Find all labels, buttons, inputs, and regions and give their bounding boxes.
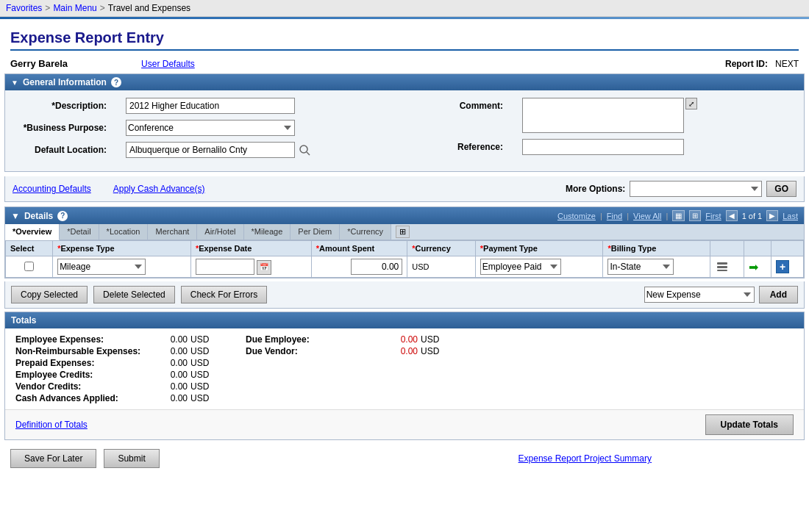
row-add-icon[interactable]: + [776, 260, 789, 273]
row-detail-icon[interactable] [715, 259, 730, 274]
totals-title: Totals [11, 315, 36, 326]
new-expense-select[interactable]: New Expense Copy Expense [644, 287, 755, 303]
cash-advances-row: Cash Advances Applied: 0.00 USD [15, 393, 216, 403]
row-navigate-arrow-icon[interactable]: ➡ [749, 261, 758, 273]
due-vendor-currency: USD [421, 346, 446, 356]
due-vendor-label: Due Vendor: [246, 346, 378, 356]
comment-textarea[interactable] [522, 98, 684, 133]
row-detail-icon-cell [710, 256, 744, 278]
collapse-arrow-icon[interactable]: ▼ [11, 79, 18, 87]
tab-per-diem[interactable]: Per Diem [291, 224, 340, 240]
nav-main-menu[interactable]: Main Menu [53, 3, 96, 13]
row-select-checkbox[interactable] [24, 262, 34, 271]
first-label[interactable]: First [705, 212, 721, 220]
general-info-help-icon[interactable]: ? [111, 77, 121, 87]
nav-separator-2: > [100, 3, 105, 13]
tab-currency[interactable]: *Currency [340, 224, 391, 240]
expense-table: Select *Expense Type *Expense Date *Amou… [5, 240, 804, 278]
tab-air-hotel[interactable]: Air/Hotel [197, 224, 243, 240]
details-header-right: Customize | Find | View All | ▦ ⊞ First … [557, 210, 798, 221]
find-link[interactable]: Find [607, 212, 622, 220]
update-totals-button[interactable]: Update Totals [705, 414, 794, 435]
nav-separator-1: > [45, 3, 50, 13]
last-label[interactable]: Last [783, 212, 798, 220]
view-all-link[interactable]: View All [633, 212, 661, 220]
comment-expand-icon[interactable]: ⤢ [685, 98, 697, 109]
customize-link[interactable]: Customize [557, 212, 596, 220]
table-row: Mileage Air Travel Hotel Meals Other 📅 U… [6, 256, 804, 278]
delete-selected-button[interactable]: Delete Selected [93, 286, 175, 303]
next-page-icon[interactable]: ▶ [766, 210, 778, 221]
reference-input-wrapper [522, 139, 684, 155]
default-location-label: Default Location: [15, 142, 111, 155]
currency-value: USD [412, 262, 429, 271]
row-payment-type-cell: Employee Paid Company Paid Corporate Car… [475, 256, 603, 278]
details-collapse-icon[interactable]: ▼ [11, 211, 20, 221]
blue-accent-line [0, 17, 809, 19]
location-search-icon[interactable] [298, 143, 311, 157]
save-for-later-button[interactable]: Save For Later [10, 449, 96, 468]
employee-expenses-row: Employee Expenses: 0.00 USD [15, 334, 216, 345]
business-purpose-select[interactable]: Conference Training Meeting Other [126, 120, 295, 136]
cash-advance-link[interactable]: Apply Cash Advance(s) [113, 184, 205, 194]
details-tabs: *Overview *Detail *Location Merchant Air… [5, 224, 804, 240]
submit-button[interactable]: Submit [104, 449, 159, 468]
cash-advances-currency: USD [190, 393, 216, 403]
check-errors-button[interactable]: Check For Errors [181, 286, 267, 303]
user-name: Gerry Barela [10, 58, 68, 69]
svg-line-1 [307, 152, 310, 155]
description-label: *Description: [15, 98, 111, 111]
col-actions [710, 241, 744, 256]
tab-overview[interactable]: *Overview [5, 224, 60, 240]
expense-type-select[interactable]: Mileage Air Travel Hotel Meals Other [57, 259, 146, 275]
non-reimbursable-row: Non-Reimbursable Expenses: 0.00 USD [15, 346, 216, 356]
non-reimbursable-label: Non-Reimbursable Expenses: [15, 346, 148, 356]
general-info-body: *Description: *Business Purpose: Confere… [5, 90, 804, 171]
copy-selected-button[interactable]: Copy Selected [11, 286, 88, 303]
reference-input[interactable] [522, 139, 684, 155]
definition-of-totals-link[interactable]: Definition of Totals [15, 420, 88, 430]
row-amount-cell [311, 256, 407, 278]
user-info-row: Gerry Barela User Defaults Report ID: NE… [0, 54, 809, 73]
prev-page-icon[interactable]: ◀ [726, 210, 738, 221]
tab-merchant[interactable]: Merchant [148, 224, 197, 240]
col-expense-type: *Expense Type [53, 241, 191, 256]
col-add [771, 241, 804, 256]
date-picker-icon[interactable]: 📅 [257, 260, 271, 275]
row-billing-type-cell: In-State Out-of-State International [603, 256, 710, 278]
details-help-icon[interactable]: ? [57, 211, 68, 221]
totals-right-col: Due Employee: 0.00 USD Due Vendor: 0.00 … [246, 334, 446, 403]
nav-favorites[interactable]: Favorites [6, 3, 42, 13]
tab-location[interactable]: *Location [99, 224, 149, 240]
employee-expenses-label: Employee Expenses: [15, 334, 148, 345]
description-input-wrapper [126, 98, 295, 114]
table-view-icon[interactable]: ⊞ [689, 210, 701, 221]
business-purpose-row: *Business Purpose: Conference Training M… [15, 120, 397, 136]
description-input[interactable] [126, 98, 295, 114]
due-employee-amount: 0.00 [381, 334, 418, 345]
report-id-label: Report ID: [725, 59, 768, 69]
top-nav: Favorites > Main Menu > Travel and Expen… [0, 0, 809, 17]
tab-detail[interactable]: *Detail [60, 224, 99, 240]
default-location-input[interactable] [126, 142, 295, 158]
due-employee-currency: USD [421, 334, 446, 345]
payment-type-select[interactable]: Employee Paid Company Paid Corporate Car… [480, 259, 561, 275]
expense-date-input[interactable] [196, 259, 254, 275]
nav-sep-3: | [666, 212, 668, 220]
more-tabs-icon[interactable]: ⊞ [396, 226, 410, 238]
add-button[interactable]: Add [759, 286, 798, 303]
project-summary-link[interactable]: Expense Report Project Summary [518, 453, 652, 464]
amount-input[interactable] [351, 259, 402, 275]
general-info-header: ▼ General Information ? [5, 74, 804, 90]
user-defaults-link[interactable]: User Defaults [141, 59, 195, 69]
prepaid-row: Prepaid Expenses: 0.00 USD [15, 358, 216, 368]
col-arrow [744, 241, 771, 256]
more-options-select[interactable] [630, 181, 762, 197]
go-button[interactable]: GO [766, 181, 796, 197]
billing-type-select[interactable]: In-State Out-of-State International [607, 259, 674, 275]
accounting-defaults-link[interactable]: Accounting Defaults [13, 184, 91, 194]
comment-row: Comment: ⤢ [412, 98, 794, 133]
grid-view-icon[interactable]: ▦ [672, 210, 685, 221]
employee-expenses-amount: 0.00 [151, 334, 188, 345]
tab-mileage[interactable]: *Mileage [244, 224, 291, 240]
